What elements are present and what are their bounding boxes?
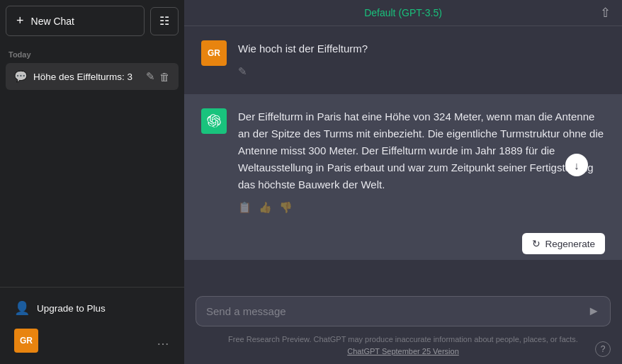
- footer-note-text: Free Research Preview. ChatGPT may produ…: [228, 335, 578, 343]
- user-circle-icon: 👤: [14, 300, 30, 316]
- sidebar: + New Chat ☷ Today 💬 Höhe des Eiffelturm…: [0, 0, 184, 364]
- sidebar-bottom: 👤 Upgrade to Plus GR …: [0, 287, 184, 364]
- edit-chat-icon[interactable]: ✎: [146, 70, 155, 83]
- new-chat-button[interactable]: + New Chat: [6, 6, 145, 36]
- regenerate-button[interactable]: ↻ Regenerate: [522, 233, 605, 254]
- chat-messages: GR Wie hoch ist der Eiffelturm? ✎ Der Ei…: [184, 26, 622, 288]
- ai-message-avatar: [201, 108, 227, 134]
- footer-version-link[interactable]: ChatGPT September 25 Version: [347, 347, 459, 356]
- export-button[interactable]: ⇧: [600, 5, 611, 21]
- ai-message-actions: 📋 👍 👎: [238, 199, 605, 216]
- user-message-content: Wie hoch ist der Eiffelturm? ✎: [238, 40, 605, 80]
- regenerate-label: Regenerate: [545, 239, 595, 249]
- sidebar-top: + New Chat ☷: [0, 0, 184, 42]
- user-message-avatar: GR: [201, 40, 227, 66]
- input-area: ►: [184, 288, 622, 329]
- plus-icon: +: [16, 13, 24, 28]
- panel-icon: ☷: [159, 14, 169, 28]
- message-input-box: ►: [196, 296, 611, 326]
- scroll-down-button[interactable]: ↓: [565, 154, 588, 176]
- copy-message-icon[interactable]: 📋: [238, 199, 251, 216]
- user-row: GR …: [6, 323, 179, 358]
- regenerate-bar: ↻ Regenerate: [184, 230, 622, 260]
- chat-item-actions: ✎ 🗑: [146, 70, 170, 83]
- main-header: Default (GPT-3.5) ⇧: [184, 0, 622, 26]
- upgrade-label: Upgrade to Plus: [37, 303, 106, 314]
- chat-item-label: Höhe des Eiffelturms: 3: [33, 72, 140, 82]
- regenerate-icon: ↻: [532, 238, 541, 249]
- sidebar-panel-toggle-button[interactable]: ☷: [150, 7, 179, 35]
- chat-bubble-icon: 💬: [14, 70, 28, 83]
- delete-chat-icon[interactable]: 🗑: [159, 71, 170, 83]
- user-avatar: GR: [14, 329, 38, 353]
- edit-message-icon[interactable]: ✎: [238, 63, 247, 80]
- user-more-options-button[interactable]: …: [157, 334, 170, 348]
- user-message-actions: ✎: [238, 63, 605, 80]
- help-icon-button[interactable]: ?: [595, 341, 611, 357]
- thumbs-down-icon[interactable]: 👎: [279, 199, 293, 216]
- footer-note: Free Research Preview. ChatGPT may produ…: [184, 329, 622, 364]
- ai-message-content: Der Eiffelturm in Paris hat eine Höhe vo…: [238, 108, 605, 216]
- user-message-text: Wie hoch ist der Eiffelturm?: [238, 40, 605, 57]
- user-message-row: GR Wie hoch ist der Eiffelturm? ✎: [184, 26, 622, 94]
- upgrade-to-plus-button[interactable]: 👤 Upgrade to Plus: [6, 293, 179, 323]
- send-button[interactable]: ►: [587, 304, 600, 319]
- thumbs-up-icon[interactable]: 👍: [259, 199, 272, 216]
- section-today-label: Today: [0, 42, 184, 62]
- send-icon: ►: [587, 304, 600, 319]
- ai-message-row: Der Eiffelturm in Paris hat eine Höhe vo…: [184, 94, 622, 230]
- model-label: Default (GPT-3.5): [364, 7, 442, 18]
- message-input[interactable]: [206, 305, 580, 317]
- main-content: Default (GPT-3.5) ⇧ GR Wie hoch ist der …: [184, 0, 622, 364]
- chat-history-item[interactable]: 💬 Höhe des Eiffelturms: 3 ✎ 🗑: [6, 63, 179, 90]
- ai-message-text: Der Eiffelturm in Paris hat eine Höhe vo…: [238, 108, 605, 193]
- new-chat-label: New Chat: [31, 16, 74, 27]
